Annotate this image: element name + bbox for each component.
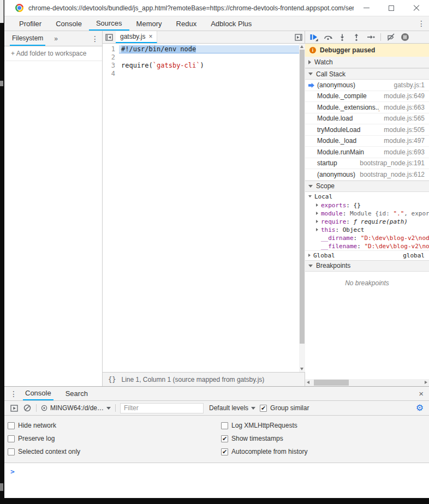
scope-var-module[interactable]: module: Module {id: ".", exports: — [305, 209, 429, 218]
console-output[interactable]: > — [4, 463, 429, 498]
clear-console-button[interactable] — [23, 404, 32, 412]
hide-navigator-button[interactable] — [103, 31, 116, 43]
minimize-button[interactable] — [354, 0, 379, 16]
line-number[interactable]: 2 — [103, 53, 115, 62]
log-levels-dropdown[interactable]: Default levels — [209, 404, 255, 412]
step-button[interactable] — [366, 33, 375, 41]
chevron-down-icon — [251, 407, 255, 410]
scope-global[interactable]: Globalglobal — [305, 250, 429, 260]
scroll-right-icon[interactable] — [425, 381, 427, 384]
pause-on-exceptions-button[interactable] — [401, 33, 409, 41]
scrollbar-thumb[interactable] — [314, 380, 349, 386]
step-over-button[interactable] — [324, 33, 332, 41]
tab-redux[interactable]: Redux — [169, 16, 204, 31]
call-stack-frame[interactable]: Module._compilemodule.js:649 — [305, 91, 429, 103]
breakpoints-section-header[interactable]: Breakpoints — [305, 260, 429, 272]
hide-network-checkbox[interactable]: Hide network — [8, 419, 221, 432]
checkbox-icon[interactable]: ✔ — [260, 405, 267, 412]
minimize-icon — [364, 8, 370, 8]
deactivate-breakpoints-button[interactable] — [386, 33, 395, 41]
drawer-tab-console[interactable]: Console — [23, 387, 53, 400]
log-xmlhttprequests-checkbox[interactable]: Log XMLHttpRequests — [221, 419, 429, 432]
autocomplete-from-history-checkbox[interactable]: ✔Autocomplete from history — [221, 445, 429, 458]
checkbox-icon[interactable] — [221, 422, 228, 429]
execution-context-selector[interactable]: MINGW64:/d/de… — [41, 404, 111, 412]
sidebar-horizontal-scrollbar[interactable] — [305, 379, 429, 386]
line-number[interactable]: 3 — [103, 62, 115, 70]
scroll-down-icon[interactable] — [300, 368, 303, 370]
toolbar-separator — [36, 404, 37, 412]
checkbox-icon[interactable]: ✔ — [221, 435, 228, 442]
tab-filesystem[interactable]: Filesystem — [10, 31, 45, 46]
close-drawer-icon[interactable]: × — [419, 387, 424, 400]
drawer-tab-search[interactable]: Search — [63, 387, 90, 400]
preserve-log-checkbox[interactable]: Preserve log — [8, 432, 221, 445]
call-stack-frame[interactable]: Module._loadmodule.js:497 — [305, 136, 429, 147]
selected-context-only-checkbox[interactable]: Selected context only — [8, 445, 221, 458]
tab-sources[interactable]: Sources — [89, 16, 129, 31]
console-prompt-chevron[interactable]: > — [4, 463, 429, 476]
filter-input[interactable] — [120, 403, 204, 413]
drawer-overflow-menu-icon[interactable]: ⋮ — [10, 387, 23, 400]
line-number[interactable]: 1 — [103, 45, 115, 53]
collapsed-triangle-icon — [316, 203, 318, 207]
scroll-up-icon[interactable] — [300, 45, 303, 48]
checkbox-icon[interactable] — [8, 422, 15, 429]
scope-var-require[interactable]: require: ƒ require(path) — [305, 218, 429, 226]
navigator-overflow-menu-icon[interactable]: ⋮ — [88, 31, 102, 46]
tab-adblock-plus[interactable]: Adblock Plus — [204, 16, 259, 31]
close-button[interactable] — [404, 0, 429, 16]
call-stack-frame[interactable]: startupbootstrap_node.js:191 — [305, 158, 429, 170]
call-stack-section-header[interactable]: Call Stack — [305, 68, 429, 80]
toolbar-separator — [115, 404, 116, 412]
add-folder-button[interactable]: + Add folder to workspace — [4, 46, 102, 61]
scope-var-this[interactable]: this: Object — [305, 226, 429, 234]
tab-memory[interactable]: Memory — [129, 16, 169, 31]
show-console-sidebar-button[interactable] — [10, 404, 19, 412]
call-stack-frame[interactable]: Module.loadmodule.js:565 — [305, 113, 429, 125]
close-tab-icon[interactable]: × — [148, 33, 152, 40]
step-out-button[interactable] — [352, 33, 361, 41]
scrollbar-thumb[interactable] — [300, 50, 305, 344]
scope-var-filename[interactable]: __filename: "D:\dev\blog-v2\node_m — [305, 242, 429, 250]
show-right-panel-button[interactable] — [292, 31, 305, 43]
checkbox-icon[interactable]: ✔ — [221, 448, 228, 455]
call-stack-frame[interactable]: tryModuleLoadmodule.js:505 — [305, 124, 429, 136]
line-number[interactable]: 4 — [103, 70, 115, 78]
scope-tree: Local exports: {} module: Module {id: ".… — [305, 192, 429, 260]
scope-local[interactable]: Local — [305, 192, 429, 201]
call-stack-frame[interactable]: (anonymous)gatsby.js:1 — [305, 80, 429, 91]
tab-console[interactable]: Console — [49, 16, 89, 31]
editor-tab-gatsby-js[interactable]: gatsby.js × — [116, 31, 157, 43]
drawer-tab-bar: ⋮ Console Search × — [4, 387, 429, 401]
line-number-gutter[interactable]: 1 2 3 4 — [103, 45, 119, 372]
chevron-down-icon — [106, 407, 111, 410]
code-line-paused[interactable]: #!/usr/bin/env node — [119, 45, 299, 53]
show-timestamps-checkbox[interactable]: ✔Show timestamps — [221, 432, 429, 445]
source-editor-panel: gatsby.js × 1 2 3 4 #!/usr/bin/env node — [103, 31, 305, 386]
tab-profiler[interactable]: Profiler — [12, 16, 49, 31]
checkbox-icon[interactable] — [8, 435, 15, 442]
call-stack-frame[interactable]: Module._extensions..jsmodule.js:663 — [305, 102, 429, 113]
more-tabs-icon[interactable]: » — [51, 31, 61, 46]
console-toolbar: MINGW64:/d/de… Default levels ✔ Group si… — [4, 401, 429, 416]
maximize-button[interactable] — [379, 0, 404, 16]
scope-var-dirname[interactable]: __dirname: "D:\dev\blog-v2\node_mo — [305, 234, 429, 242]
overflow-menu-icon[interactable]: ⋮ — [414, 16, 429, 31]
editor-vertical-scrollbar[interactable] — [299, 44, 305, 372]
step-into-button[interactable] — [338, 33, 347, 41]
pretty-print-button[interactable]: {} — [108, 376, 116, 383]
group-similar-checkbox[interactable]: ✔ Group similar — [260, 404, 309, 412]
scope-section-header[interactable]: Scope — [305, 181, 429, 192]
scroll-left-icon[interactable] — [307, 381, 309, 384]
checkbox-icon[interactable] — [8, 448, 15, 455]
console-settings-gear-icon[interactable]: ⚙ — [416, 404, 424, 412]
call-stack-frame[interactable]: (anonymous)bootstrap_node.js:612 — [305, 169, 429, 181]
call-stack-frame[interactable]: Module.runMainmodule.js:693 — [305, 147, 429, 158]
code-editor[interactable]: 1 2 3 4 #!/usr/bin/env node require(`gat… — [103, 44, 305, 372]
devtools-window: chrome-devtools://devtools/bundled/js_ap… — [4, 0, 429, 498]
code-area[interactable]: #!/usr/bin/env node require(`gatsby-cli`… — [119, 45, 305, 372]
resume-button[interactable] — [309, 33, 318, 41]
scope-var-exports[interactable]: exports: {} — [305, 201, 429, 209]
watch-section-header[interactable]: Watch — [305, 57, 429, 68]
